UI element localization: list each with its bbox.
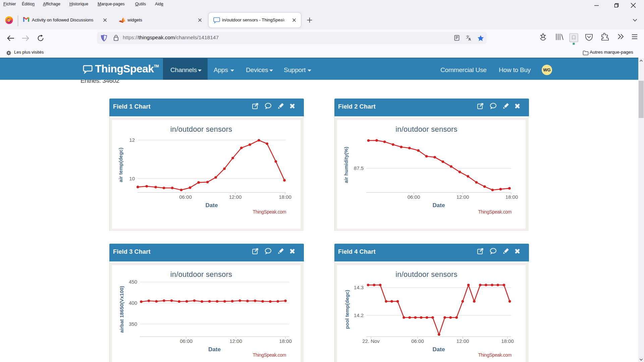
svg-text:12:00: 12:00: [457, 338, 469, 344]
svg-text:14.3: 14.3: [354, 285, 364, 290]
svg-text:ThingSpeak.com: ThingSpeak.com: [478, 209, 512, 215]
svg-text:450: 450: [129, 279, 137, 285]
svg-text:air humidity(%): air humidity(%): [343, 147, 349, 183]
svg-text:06:00: 06:00: [179, 194, 192, 200]
svg-text:350: 350: [129, 321, 137, 327]
svg-text:in/outdoor sensors: in/outdoor sensors: [170, 270, 232, 279]
svg-text:air temp(degc): air temp(degc): [118, 147, 123, 182]
svg-text:ThingSpeak.com: ThingSpeak.com: [253, 209, 286, 215]
svg-text:10: 10: [129, 176, 135, 181]
svg-text:12: 12: [129, 137, 135, 143]
svg-text:Date: Date: [433, 202, 445, 208]
svg-text:in/outdoor sensors: in/outdoor sensors: [170, 125, 232, 133]
svg-text:87.5: 87.5: [354, 165, 364, 171]
svg-text:A: A: [469, 37, 471, 41]
svg-text:18:00: 18:00: [279, 338, 292, 344]
svg-text:14.2: 14.2: [354, 312, 364, 318]
svg-text:18:00: 18:00: [501, 338, 514, 344]
svg-text:06:00: 06:00: [408, 194, 420, 200]
svg-text:06:00: 06:00: [411, 338, 424, 344]
svg-text:Date: Date: [433, 346, 445, 353]
svg-text:in/outdoor sensors: in/outdoor sensors: [395, 270, 458, 279]
svg-text:ThingSpeak.com: ThingSpeak.com: [478, 352, 512, 358]
svg-text:400: 400: [129, 300, 137, 306]
svg-text:Date: Date: [206, 202, 218, 208]
svg-text:12:00: 12:00: [457, 194, 469, 200]
svg-text:12:00: 12:00: [229, 194, 242, 200]
svg-text:ThingSpeak.com: ThingSpeak.com: [253, 352, 286, 358]
svg-text:18:00: 18:00: [505, 194, 518, 200]
svg-text:06:00: 06:00: [180, 338, 193, 344]
svg-text:18:00: 18:00: [279, 194, 291, 200]
svg-text:in/outdoor sensors: in/outdoor sensors: [395, 125, 458, 133]
svg-text:airbat 18650(Vx100): airbat 18650(Vx100): [119, 286, 124, 333]
svg-text:pool temp(degc): pool temp(degc): [344, 290, 350, 329]
svg-text:12:00: 12:00: [229, 338, 242, 344]
svg-text:Date: Date: [208, 346, 221, 353]
svg-text:22. Nov: 22. Nov: [362, 338, 380, 344]
